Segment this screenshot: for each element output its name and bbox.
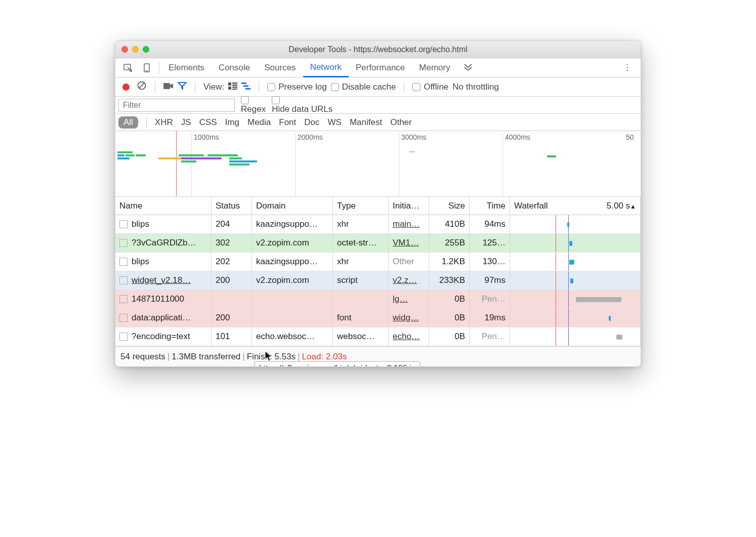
hide-data-urls-checkbox[interactable] (272, 96, 280, 104)
request-name: widget_v2.18… (132, 275, 191, 285)
filter-doc[interactable]: Doc (304, 117, 319, 128)
table-row[interactable]: blips204kaazingsuppo…xhrmain…410B94ms (115, 215, 641, 234)
request-initiator[interactable]: v2.z… (393, 275, 417, 285)
col-type[interactable]: Type (333, 197, 389, 215)
file-icon (119, 258, 128, 266)
svg-rect-10 (232, 87, 237, 88)
request-initiator[interactable]: widg… (393, 313, 419, 323)
tab-console[interactable]: Console (212, 58, 257, 77)
request-type: font (333, 309, 389, 327)
device-toggle-icon[interactable] (138, 61, 157, 74)
svg-rect-12 (241, 82, 246, 84)
svg-rect-6 (228, 82, 231, 86)
svg-rect-7 (232, 82, 237, 84)
disable-cache-checkbox[interactable] (331, 83, 339, 91)
tab-performance[interactable]: Performance (349, 58, 412, 77)
request-initiator[interactable]: lg… (393, 294, 408, 304)
record-button[interactable] (122, 84, 130, 91)
filter-css[interactable]: CSS (199, 117, 217, 128)
col-size[interactable]: Size (429, 197, 470, 215)
col-domain[interactable]: Domain (252, 197, 333, 215)
request-name: 14871011000 (132, 294, 184, 304)
tab-sources[interactable]: Sources (257, 58, 303, 77)
tab-network[interactable]: Network (303, 59, 349, 77)
request-time: 125… (470, 234, 510, 252)
svg-rect-9 (228, 87, 231, 90)
table-row[interactable]: ?encoding=text101echo.websoc…websoc…echo… (115, 327, 641, 346)
filter-toggle-icon[interactable] (178, 81, 187, 93)
tab-memory[interactable]: Memory (412, 58, 457, 77)
request-status (212, 290, 252, 308)
view-waterfall-icon[interactable] (241, 82, 250, 92)
request-domain: v2.zopim.com (252, 271, 333, 290)
table-row[interactable]: 14871011000lg…0BPen… (115, 290, 641, 309)
filter-all[interactable]: All (118, 116, 138, 129)
request-type (333, 290, 389, 308)
clear-button[interactable] (137, 80, 147, 93)
col-status[interactable]: Status (212, 197, 252, 215)
throttling-select[interactable]: No throttling (452, 82, 499, 92)
table-row[interactable]: widget_v2.18…200v2.zopim.comscriptv2.z…2… (115, 271, 641, 290)
request-domain: v2.zopim.com (252, 234, 333, 252)
col-time[interactable]: Time (470, 197, 510, 215)
filter-media[interactable]: Media (247, 117, 271, 128)
tab-elements[interactable]: Elements (161, 58, 212, 77)
filter-manifest[interactable]: Manifest (350, 117, 382, 128)
request-initiator: Other (393, 257, 414, 267)
request-name: blips (132, 219, 149, 229)
request-name: ?3vCaGRDlZb… (132, 238, 196, 248)
request-domain: echo.websoc… (252, 327, 333, 346)
request-size: 255B (429, 234, 470, 252)
regex-checkbox[interactable] (241, 96, 249, 104)
table-row[interactable]: blips202kaazingsuppo…xhrOther1.2KB130… (115, 253, 641, 271)
request-type: xhr (333, 215, 389, 233)
filter-js[interactable]: JS (181, 117, 191, 128)
filter-img[interactable]: Img (225, 117, 239, 128)
request-status: 101 (212, 327, 252, 346)
filter-other[interactable]: Other (390, 117, 412, 128)
request-status: 204 (212, 215, 252, 233)
request-initiator[interactable]: VM1… (393, 238, 419, 248)
type-filter-bar: All XHR JS CSS Img Media Font Doc WS Man… (115, 114, 641, 131)
titlebar: Developer Tools - https://websocket.org/… (115, 41, 641, 58)
svg-rect-11 (232, 89, 237, 90)
svg-rect-13 (243, 85, 248, 87)
request-waterfall (510, 234, 641, 252)
request-domain: kaazingsuppo… (252, 215, 333, 233)
filter-ws[interactable]: WS (328, 117, 342, 128)
settings-kebab-icon[interactable]: ⋮ (618, 62, 638, 73)
offline-checkbox[interactable] (412, 83, 421, 91)
filter-font[interactable]: Font (279, 117, 296, 128)
file-icon (119, 220, 128, 228)
request-initiator[interactable]: main… (393, 219, 420, 229)
capture-screenshots-icon[interactable] (163, 82, 174, 92)
timeline-overview[interactable]: 1000ms 2000ms 3000ms 4000ms 50 (115, 131, 641, 197)
window-title: Developer Tools - https://websocket.org/… (115, 45, 641, 54)
table-row[interactable]: ?3vCaGRDlZb…302v2.zopim.comoctet-str…VM1… (115, 234, 641, 253)
request-time: 94ms (470, 215, 510, 233)
inspect-icon[interactable] (118, 61, 138, 74)
tabs-overflow-icon[interactable] (457, 63, 479, 73)
col-initiator[interactable]: Initia… (389, 197, 429, 215)
filter-input[interactable] (118, 99, 235, 112)
request-type: octet-str… (333, 234, 389, 252)
table-row[interactable]: data:applicati…200fontwidg…0B19ms (115, 309, 641, 327)
request-waterfall (510, 327, 641, 346)
view-large-icon[interactable] (228, 82, 237, 92)
request-size: 410B (429, 215, 470, 233)
filter-bar: Regex Hide data URLs (115, 97, 641, 114)
filter-xhr[interactable]: XHR (155, 117, 173, 128)
request-initiator[interactable]: echo… (393, 332, 420, 342)
request-time: 97ms (470, 271, 510, 290)
table-header: Name Status Domain Type Initia… Size Tim… (115, 197, 641, 215)
file-icon (119, 333, 128, 341)
status-requests: 54 requests (120, 352, 165, 362)
col-name[interactable]: Name (115, 197, 212, 215)
request-time: Pen… (470, 327, 510, 346)
request-size: 0B (429, 309, 470, 327)
preserve-log-checkbox[interactable] (267, 83, 275, 91)
col-waterfall[interactable]: Waterfall 5.00 s▲ (510, 197, 641, 215)
file-icon (119, 276, 128, 284)
request-size: 233KB (429, 271, 470, 290)
url-tooltip: https://v2.zopim.com/bin/v/widget_v2.186… (255, 361, 420, 367)
